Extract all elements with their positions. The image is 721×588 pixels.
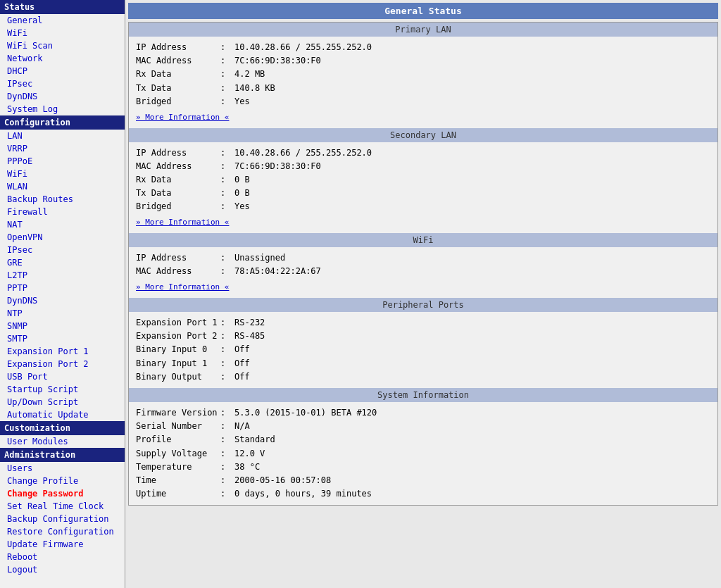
data-value: 12.0 V [234,447,710,461]
data-value: 7C:66:9D:38:30:F0 [234,54,710,68]
administration-section-header: Administration [0,448,125,462]
sidebar-item-wifi-scan[interactable]: WiFi Scan [0,39,125,52]
data-value: 4.2 MB [234,68,710,81]
data-value: Off [234,370,710,384]
data-value: 38 °C [234,461,710,474]
data-colon: : [220,68,234,81]
data-label: Supply Voltage [136,447,220,461]
sidebar-item-wifi-status[interactable]: WiFi [0,27,125,39]
table-row: Expansion Port 1: RS-232 [136,316,710,330]
data-colon: : [220,461,234,474]
sidebar-item-ipsec[interactable]: IPsec [0,244,125,256]
data-colon: : [220,160,234,173]
sidebar-item-dyndns-status[interactable]: DynDNS [0,90,125,103]
sidebar-item-expansion-port-2[interactable]: Expansion Port 2 [0,358,125,370]
table-row: MAC Address: 7C:66:9D:38:30:F0 [136,54,710,68]
sidebar-item-openvpn[interactable]: OpenVPN [0,231,125,244]
data-colon: : [220,316,234,330]
data-label: Rx Data [136,68,220,81]
sidebar-item-usb-port[interactable]: USB Port [0,370,125,383]
sidebar-item-pptp[interactable]: PPTP [0,282,125,294]
table-row: Tx Data: 0 B [136,187,710,200]
table-row: Bridged: Yes [136,200,710,213]
sidebar: Status GeneralWiFiWiFi ScanNetworkDHCPIP… [0,0,125,588]
sidebar-item-smtp[interactable]: SMTP [0,332,125,345]
sidebar-item-pppoe[interactable]: PPPoE [0,155,125,168]
primary-lan-title: Primary LAN [129,23,717,37]
sidebar-item-automatic-update[interactable]: Automatic Update [0,408,125,421]
more-information-link[interactable]: » More Information « [136,281,710,294]
sidebar-item-update-firmware[interactable]: Update Firmware [0,538,125,551]
sidebar-item-system-log[interactable]: System Log [0,103,125,115]
sidebar-item-startup-script[interactable]: Startup Script [0,383,125,396]
configuration-section-header: Configuration [0,115,125,130]
sidebar-item-change-password[interactable]: Change Password [0,487,125,500]
data-colon: : [220,54,234,68]
sidebar-item-set-rtc[interactable]: Set Real Time Clock [0,500,125,513]
table-row: Tx Data: 140.8 KB [136,82,710,95]
data-label: Temperature [136,461,220,474]
sidebar-item-reboot[interactable]: Reboot [0,551,125,563]
data-label: Bridged [136,200,220,213]
data-label: MAC Address [136,54,220,68]
data-colon: : [220,487,234,501]
data-value: 78:A5:04:22:2A:67 [234,265,710,278]
sidebar-item-network[interactable]: Network [0,52,125,65]
sidebar-item-logout[interactable]: Logout [0,563,125,576]
sidebar-item-restore-config[interactable]: Restore Configuration [0,525,125,538]
data-colon: : [220,95,234,108]
sidebar-item-users[interactable]: Users [0,462,125,475]
sidebar-item-change-profile[interactable]: Change Profile [0,475,125,487]
sidebar-item-ipsec-status[interactable]: IPsec [0,77,125,90]
sidebar-item-vrrp[interactable]: VRRP [0,142,125,155]
data-label: IP Address [136,146,220,160]
table-row: Firmware Version: 5.3.0 (2015-10-01) BET… [136,406,710,420]
sidebar-item-nat[interactable]: NAT [0,218,125,231]
sidebar-item-user-modules[interactable]: User Modules [0,435,125,448]
sidebar-item-lan[interactable]: LAN [0,130,125,142]
data-colon: : [220,420,234,433]
wifi-title: WiFi [129,233,717,247]
table-row: Rx Data: 0 B [136,173,710,187]
sidebar-item-l2tp[interactable]: L2TP [0,269,125,282]
data-colon: : [220,173,234,187]
table-row: Uptime: 0 days, 0 hours, 39 minutes [136,487,710,501]
data-label: Serial Number [136,420,220,433]
sidebar-item-backup-config[interactable]: Backup Configuration [0,513,125,525]
data-colon: : [220,357,234,370]
status-section-header: Status [0,0,125,14]
table-row: IP Address: 10.40.28.66 / 255.255.252.0 [136,41,710,54]
more-information-link[interactable]: » More Information « [136,216,710,229]
system-information-content: Firmware Version: 5.3.0 (2015-10-01) BET… [129,402,717,505]
sidebar-item-backup-routes[interactable]: Backup Routes [0,193,125,206]
sidebar-item-updown-script[interactable]: Up/Down Script [0,396,125,408]
sidebar-item-ntp[interactable]: NTP [0,307,125,320]
data-colon: : [220,251,234,265]
sidebar-item-general[interactable]: General [0,14,125,27]
table-row: Profile: Standard [136,433,710,446]
data-value: 7C:66:9D:38:30:F0 [234,160,710,173]
data-value: 10.40.28.66 / 255.255.252.0 [234,146,710,160]
sidebar-item-dyndns[interactable]: DynDNS [0,294,125,307]
data-value: N/A [234,420,710,433]
sidebar-item-firewall[interactable]: Firewall [0,206,125,218]
data-colon: : [220,41,234,54]
sidebar-item-wlan[interactable]: WLAN [0,180,125,193]
sidebar-item-expansion-port-1[interactable]: Expansion Port 1 [0,345,125,358]
sidebar-item-wifi-cfg[interactable]: WiFi [0,168,125,180]
secondary-lan-title: Secondary LAN [129,128,717,142]
data-label: Profile [136,433,220,446]
sidebar-item-dhcp[interactable]: DHCP [0,65,125,77]
data-label: Expansion Port 2 [136,330,220,343]
data-colon: : [220,265,234,278]
data-value: 0 days, 0 hours, 39 minutes [234,487,710,501]
sidebar-item-gre[interactable]: GRE [0,256,125,269]
sidebar-item-snmp[interactable]: SNMP [0,320,125,332]
data-label: IP Address [136,41,220,54]
data-value: RS-485 [234,330,710,343]
more-information-link[interactable]: » More Information « [136,111,710,124]
data-colon: : [220,370,234,384]
table-row: IP Address: 10.40.28.66 / 255.255.252.0 [136,146,710,160]
data-value: Off [234,357,710,370]
table-row: IP Address: Unassigned [136,251,710,265]
